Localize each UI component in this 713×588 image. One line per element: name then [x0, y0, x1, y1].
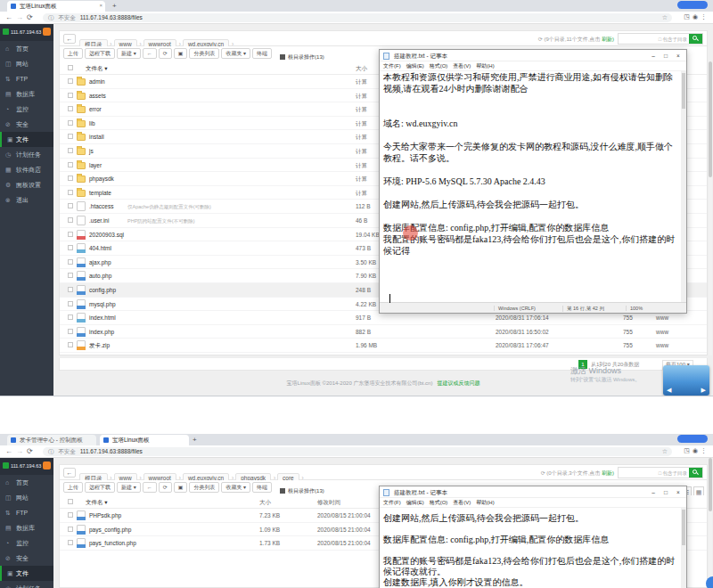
toolbar-button[interactable]: 终端: [252, 482, 272, 493]
toolbar-button[interactable]: 分类列表: [189, 48, 219, 59]
header-size[interactable]: 大小: [259, 499, 271, 507]
row-checkbox[interactable]: [68, 106, 73, 111]
back-icon[interactable]: ←: [5, 447, 12, 455]
file-name[interactable]: template: [89, 190, 111, 196]
toolbar-button[interactable]: 收藏夹 ▾: [221, 482, 250, 493]
toolbar-button[interactable]: 收藏夹 ▾: [221, 48, 250, 59]
row-checkbox[interactable]: [68, 314, 73, 320]
select-all-checkbox[interactable]: [68, 499, 73, 504]
file-name[interactable]: .htaccess: [89, 203, 113, 209]
row-checkbox[interactable]: [68, 203, 73, 208]
row-checkbox[interactable]: [68, 512, 73, 518]
row-checkbox[interactable]: [68, 78, 73, 84]
tab-close-icon[interactable]: ×: [99, 3, 102, 8]
file-name[interactable]: 404.html: [89, 245, 111, 251]
next-icon[interactable]: ▶: [701, 387, 706, 394]
row-checkbox[interactable]: [68, 540, 73, 545]
chrome-menu-icons[interactable]: ◳◉⋮: [684, 447, 709, 454]
header-size[interactable]: 大小: [356, 65, 367, 73]
toolbar-button[interactable]: 新建 ▾: [117, 482, 141, 493]
reload-icon[interactable]: ⟳: [27, 13, 33, 21]
notepad-menu-item[interactable]: 编辑(E): [406, 63, 424, 69]
file-search-input[interactable]: □ 包含子目录: [618, 33, 703, 45]
file-name[interactable]: lib: [89, 120, 95, 127]
notepad-menu-item[interactable]: 查看(V): [453, 500, 471, 505]
file-search-input[interactable]: □ 包含子目录: [618, 467, 703, 478]
sidebar-item[interactable]: ▦ 软件商店: [0, 162, 53, 177]
include-subdir-checkbox[interactable]: □ 包含子目录: [659, 470, 687, 477]
notepad-menu-item[interactable]: 格式(O): [430, 63, 448, 69]
notepad-window[interactable]: 搭建教程.txt - 记事本 –□× 文件(F)编辑(E)格式(O)查看(V)帮…: [379, 486, 687, 588]
row-checkbox[interactable]: [68, 287, 73, 292]
row-checkbox[interactable]: [68, 232, 73, 237]
prev-icon[interactable]: ◀: [667, 387, 671, 394]
new-tab-button[interactable]: +: [112, 2, 117, 10]
header-date[interactable]: 修改时间: [317, 499, 340, 507]
file-name[interactable]: index.php: [89, 329, 114, 335]
row-checkbox[interactable]: [68, 259, 73, 265]
sidebar-item[interactable]: ⚙ 面板设置: [0, 177, 53, 192]
file-name[interactable]: 发卡.zip: [89, 342, 110, 350]
notepad-menu-item[interactable]: 查看(V): [453, 63, 471, 69]
notepad-text[interactable]: 创建网站,然后上传源码,待会我会把源码一起打包。 数据库配置信息: config…: [380, 508, 681, 588]
file-name[interactable]: pays_config.php: [89, 527, 131, 533]
sidebar-item[interactable]: ⊘ 安全: [0, 117, 53, 132]
sidebar-item[interactable]: ⌂ 首页: [0, 41, 53, 56]
window-control-icon[interactable]: –: [647, 486, 660, 498]
file-name[interactable]: layer: [89, 162, 102, 168]
header-filename[interactable]: 文件名 ▾: [86, 499, 108, 507]
refresh-link[interactable]: 刷新): [602, 470, 614, 476]
window-control-icon[interactable]: ×: [672, 50, 684, 61]
notepad-menu-item[interactable]: 格式(O): [430, 500, 448, 505]
toolbar-button[interactable]: ⟳: [159, 482, 172, 493]
window-control-icon[interactable]: □: [660, 486, 672, 498]
sidebar-item[interactable]: ▣ 文件: [0, 566, 53, 581]
table-row[interactable]: 发卡.zip 1.96 MB 2020/08/31 17:06:47 755 w…: [60, 339, 707, 353]
include-subdir-checkbox[interactable]: □ 包含子目录: [659, 37, 687, 43]
menu-icon[interactable]: ⋮: [701, 447, 709, 453]
back-directory-button[interactable]: ←: [63, 34, 76, 44]
sidebar-item[interactable]: ◫ 网站: [0, 490, 53, 505]
back-directory-button[interactable]: ←: [63, 468, 76, 478]
window-control-icon[interactable]: ×: [672, 486, 684, 498]
file-name[interactable]: auto.php: [89, 273, 111, 279]
row-checkbox[interactable]: [68, 190, 73, 195]
row-checkbox[interactable]: [68, 217, 73, 223]
toolbar-button[interactable]: 分类列表: [189, 482, 219, 493]
menu-icon[interactable]: ⋮: [701, 13, 709, 20]
file-name[interactable]: phpaysdk: [89, 176, 114, 182]
address-bar[interactable]: ⓘ 不安全 111.67.194.63:8888/files ☆: [43, 13, 672, 22]
file-name[interactable]: mysql.php: [89, 301, 116, 307]
address-bar[interactable]: ⓘ 不安全 111.67.194.63:8888/files ☆: [43, 447, 672, 456]
sidebar-item[interactable]: ▤ 数据库: [0, 86, 53, 102]
bookmark-star-icon[interactable]: ☆: [662, 14, 668, 21]
file-name[interactable]: error: [89, 106, 102, 112]
row-checkbox[interactable]: [68, 93, 73, 98]
forward-icon[interactable]: →: [16, 13, 23, 21]
browser-tab[interactable]: 发卡管理中心 - 控制面板: [7, 435, 96, 445]
info-icon[interactable]: ⓘ: [48, 14, 54, 20]
sidebar-item[interactable]: ⊗ 退出: [0, 192, 53, 208]
file-name[interactable]: js: [89, 148, 94, 154]
search-button[interactable]: [689, 34, 702, 44]
file-name[interactable]: PHPsdk.php: [89, 512, 121, 519]
sidebar-item[interactable]: ⌂ 首页: [0, 475, 53, 490]
notepad-menu-item[interactable]: 帮助(H): [476, 63, 494, 69]
row-checkbox[interactable]: [68, 329, 73, 334]
notepad-scrollbar[interactable]: [681, 71, 686, 302]
header-filename[interactable]: 文件名 ▾: [86, 65, 108, 73]
notepad-menu-item[interactable]: 帮助(H): [476, 500, 494, 505]
toolbar-button[interactable]: ⟳: [159, 48, 172, 59]
toolbar-button[interactable]: 上传: [63, 482, 83, 493]
help-bubble-icon[interactable]: [706, 576, 713, 588]
new-tab-button[interactable]: +: [193, 436, 197, 444]
table-row[interactable]: index.php 882 B 2020/08/31 16:50:02 755 …: [60, 325, 707, 339]
notepad-title-bar[interactable]: 搭建教程.txt - 记事本 –□×: [380, 50, 686, 61]
profile-icon[interactable]: ◉: [693, 13, 701, 20]
row-checkbox[interactable]: [68, 162, 73, 167]
row-checkbox[interactable]: [68, 301, 73, 306]
row-checkbox[interactable]: [68, 273, 73, 278]
notepad-menu-item[interactable]: 文件(F): [383, 63, 401, 69]
browser-tab[interactable]: 宝塔Linux面板: [100, 435, 189, 445]
notepad-scrollbar[interactable]: [681, 508, 686, 588]
